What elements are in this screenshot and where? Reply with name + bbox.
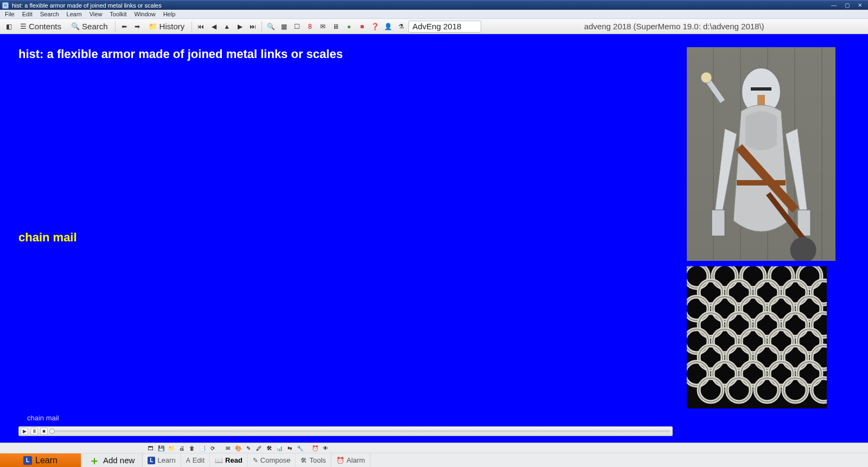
svg-point-5 bbox=[701, 72, 712, 83]
back-button[interactable]: ⬅ bbox=[119, 21, 130, 32]
hammer-mini-icon[interactable]: 🛠 bbox=[265, 444, 273, 452]
answer-area: chain mail bbox=[18, 61, 673, 414]
question-column: hist: a flexible armor made of joined me… bbox=[18, 47, 673, 439]
menu-help[interactable]: Help bbox=[159, 10, 180, 18]
search-icon: 🔍 bbox=[71, 23, 80, 30]
status-edit-label: Edit bbox=[193, 456, 205, 464]
image-column bbox=[687, 47, 850, 439]
google-icon[interactable]: 8 bbox=[304, 21, 315, 32]
delete-mini-icon[interactable]: 🗑 bbox=[188, 444, 196, 452]
paint-mini-icon[interactable]: 🎨 bbox=[234, 444, 242, 452]
svg-rect-1 bbox=[751, 87, 771, 91]
add-new-button[interactable]: ＋ Add new bbox=[81, 453, 143, 467]
last-button[interactable]: ⏭ bbox=[247, 21, 258, 32]
duplicate-mini-icon[interactable]: 📑 bbox=[198, 444, 207, 452]
status-learn[interactable]: L Learn bbox=[143, 453, 181, 467]
menu-edit[interactable]: Edit bbox=[18, 10, 36, 18]
answer-text: chain mail bbox=[18, 231, 673, 245]
menu-learn[interactable]: Learn bbox=[63, 10, 86, 18]
media-track[interactable] bbox=[52, 430, 671, 432]
learn-badge-icon: L bbox=[23, 456, 32, 465]
first-button[interactable]: ⏮ bbox=[195, 21, 206, 32]
menu-file[interactable]: File bbox=[1, 10, 18, 18]
pause-button[interactable]: ⏸ bbox=[30, 427, 38, 435]
dismiss-icon[interactable]: ◧ bbox=[3, 21, 14, 32]
help-icon[interactable]: ❓ bbox=[369, 21, 380, 32]
minimize-button[interactable]: — bbox=[828, 2, 840, 9]
forward-button[interactable]: ➡ bbox=[132, 21, 143, 32]
history-icon: 📁 bbox=[149, 23, 157, 30]
status-alarm-icon: ⏰ bbox=[336, 457, 344, 464]
window-mini-icon[interactable]: 🗔 bbox=[146, 444, 155, 452]
status-edit-icon: A bbox=[186, 457, 190, 464]
action-row: L Learn ＋ Add new L Learn A Edit 📖 Read … bbox=[0, 453, 868, 467]
edit-mini-icon[interactable]: ✎ bbox=[244, 444, 253, 452]
prev-button[interactable]: ◀ bbox=[208, 21, 219, 32]
status-tools-icon: 🛠 bbox=[301, 457, 307, 464]
window-icon[interactable]: ☐ bbox=[291, 21, 302, 32]
clock-mini-icon[interactable]: ⏰ bbox=[311, 444, 320, 452]
mail-mini-icon[interactable]: ✉ bbox=[224, 444, 232, 452]
stop-button[interactable]: ■ bbox=[40, 427, 48, 435]
menu-toolkit[interactable]: Toolkit bbox=[106, 10, 130, 18]
status-edit[interactable]: A Edit bbox=[181, 453, 210, 467]
status-learn-label: Learn bbox=[157, 456, 175, 464]
view-mini-icon[interactable]: 👁 bbox=[321, 444, 330, 452]
mail-icon[interactable]: ✉ bbox=[317, 21, 328, 32]
separator bbox=[115, 21, 116, 32]
content-area: hist: a flexible armor made of joined me… bbox=[0, 34, 868, 443]
wrench-mini-icon[interactable]: 🔧 bbox=[296, 444, 304, 452]
user-icon[interactable]: 👤 bbox=[382, 21, 393, 32]
chart-mini-icon[interactable]: 📊 bbox=[275, 444, 284, 452]
svg-rect-3 bbox=[712, 210, 725, 236]
print-mini-icon[interactable]: 🖨 bbox=[177, 444, 186, 452]
status-tools-label: Tools bbox=[309, 456, 326, 464]
screen-icon[interactable]: 🖥 bbox=[330, 21, 341, 32]
pencil-mini-icon[interactable]: 🖉 bbox=[254, 444, 263, 452]
stop-icon[interactable]: ■ bbox=[356, 21, 367, 32]
up-button[interactable]: ▲ bbox=[221, 21, 232, 32]
separator bbox=[192, 21, 192, 32]
swap-mini-icon[interactable]: ⇆ bbox=[285, 444, 294, 452]
history-label: History bbox=[159, 22, 185, 31]
window-title: hist: a flexible armor made of joined me… bbox=[12, 2, 828, 9]
status-read[interactable]: 📖 Read bbox=[210, 453, 248, 467]
close-button[interactable]: ✕ bbox=[854, 2, 866, 9]
status-compose[interactable]: ✎ Compose bbox=[248, 453, 296, 467]
next-button[interactable]: ▶ bbox=[234, 21, 245, 32]
status-alarm[interactable]: ⏰ Alarm bbox=[331, 453, 371, 467]
menubar: File Edit Search Learn View Toolkit Wind… bbox=[0, 10, 868, 19]
save-mini-icon[interactable]: 💾 bbox=[157, 444, 165, 452]
status-alarm-label: Alarm bbox=[347, 456, 365, 464]
status-tools[interactable]: 🛠 Tools bbox=[296, 453, 331, 467]
icon-row: 🗔 💾 📁 🖨 🗑 📑 ⟳ ✉ 🎨 ✎ 🖉 🛠 📊 ⇆ 🔧 ⏰ 👁 bbox=[0, 443, 868, 453]
media-thumb[interactable] bbox=[49, 428, 55, 434]
history-button[interactable]: 📁 History bbox=[145, 21, 189, 33]
maximize-button[interactable]: ▢ bbox=[841, 2, 853, 9]
status-read-icon: 📖 bbox=[215, 457, 223, 464]
media-player: ▶ ⏸ ■ bbox=[18, 426, 673, 436]
refresh-mini-icon[interactable]: ⟳ bbox=[208, 444, 217, 452]
image-knight bbox=[687, 47, 835, 261]
learn-button[interactable]: L Learn bbox=[0, 453, 81, 467]
window-controls: — ▢ ✕ bbox=[828, 2, 866, 9]
titlebar: hist: a flexible armor made of joined me… bbox=[0, 0, 868, 10]
status-compose-icon: ✎ bbox=[253, 457, 258, 464]
question-text: hist: a flexible armor made of joined me… bbox=[18, 47, 673, 61]
menu-window[interactable]: Window bbox=[131, 10, 159, 18]
toolbar: ◧ ☰ Contents 🔍 Search ⬅ ➡ 📁 History ⏮ ◀ … bbox=[0, 19, 868, 34]
record-icon[interactable]: ● bbox=[343, 21, 354, 32]
menu-search[interactable]: Search bbox=[36, 10, 63, 18]
toolbar-status: adveng 2018 (SuperMemo 19.0: d:\adveng 2… bbox=[483, 22, 865, 31]
open-mini-icon[interactable]: 📁 bbox=[167, 444, 176, 452]
separator bbox=[261, 21, 262, 32]
compose-icon[interactable]: ⚗ bbox=[395, 21, 406, 32]
play-button[interactable]: ▶ bbox=[21, 427, 28, 435]
collection-input[interactable] bbox=[409, 21, 481, 33]
find-icon[interactable]: 🔍 bbox=[265, 21, 276, 32]
search-button[interactable]: 🔍 Search bbox=[67, 21, 112, 33]
grid-icon[interactable]: ▦ bbox=[278, 21, 289, 32]
contents-icon: ☰ bbox=[20, 23, 27, 30]
menu-view[interactable]: View bbox=[86, 10, 106, 18]
contents-button[interactable]: ☰ Contents bbox=[16, 21, 65, 33]
